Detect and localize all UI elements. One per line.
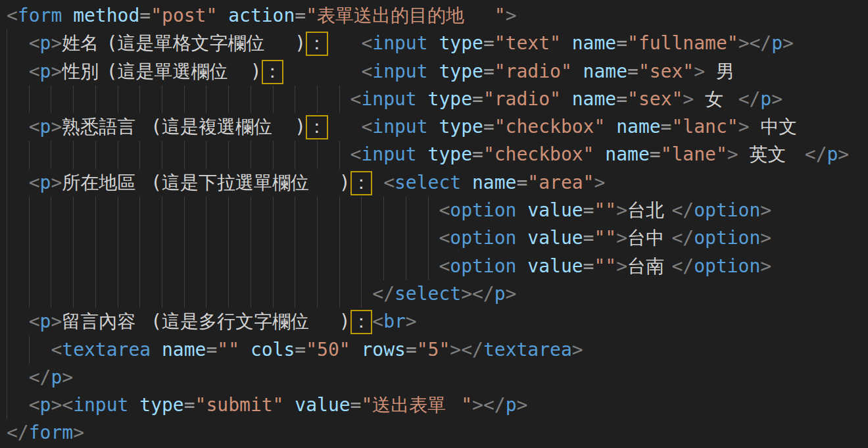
token-eq: = [295, 339, 306, 361]
token-pun: < [439, 255, 450, 277]
token-pun: > [616, 199, 627, 221]
token-pun: > [450, 339, 461, 361]
token-str: "5" [417, 339, 450, 361]
token-txt [594, 143, 605, 165]
token-txt [605, 116, 616, 137]
token-pun: > [51, 116, 62, 137]
code-line: <p>性別(這是單選欄位)： <input type="radio" name=… [7, 58, 868, 86]
token-pun: < [361, 116, 372, 137]
token-tag: textarea [483, 339, 572, 361]
indent-guides [7, 113, 28, 141]
token-txt: ( [151, 172, 162, 193]
token-pun: </ [671, 255, 694, 277]
token-pun: > [51, 172, 62, 193]
token-attr: method [73, 5, 139, 26]
token-pun: </ [7, 422, 29, 443]
token-txt [516, 227, 527, 249]
token-str: "lane" [661, 143, 727, 165]
indent-guides [7, 86, 350, 113]
token-attr: name [162, 339, 206, 361]
token-pun: < [350, 143, 362, 165]
indent-guides [7, 224, 438, 252]
token-pun: > [594, 172, 605, 193]
token-txt [516, 199, 527, 221]
code-line: <input type="checkbox" name="lane"> 英文 <… [7, 141, 868, 168]
indent-guides [7, 308, 28, 336]
token-eq: = [516, 172, 527, 193]
token-pun: < [29, 116, 40, 137]
indent-guides [7, 364, 28, 391]
token-txt [239, 339, 251, 361]
token-pun: < [439, 199, 450, 221]
token-pun: < [361, 61, 372, 82]
token-attr: type [428, 88, 472, 110]
token-eq: = [184, 394, 195, 416]
token-cjk: 這是下拉選單欄位 [162, 169, 339, 197]
token-tag: input [361, 143, 416, 165]
token-txt [727, 88, 738, 110]
token-eq: = [483, 61, 494, 82]
token-attr: name [572, 32, 616, 54]
token-str: "post" [151, 5, 217, 26]
token-pun: </ [461, 339, 483, 361]
token-pun: </ [805, 143, 827, 165]
token-attr: type [428, 143, 472, 165]
token-pun: > [783, 32, 794, 54]
token-pun: < [29, 394, 40, 416]
token-pun: </ [738, 88, 761, 110]
token-txt [749, 116, 760, 137]
token-pun: > [73, 422, 84, 443]
token-cjk: 中文 [760, 113, 804, 141]
token-pun: > [738, 32, 750, 54]
unicode-highlight-box: ： [306, 115, 328, 139]
token-attr: type [439, 61, 483, 82]
token-txt [428, 61, 439, 82]
token-pun: > [760, 199, 771, 221]
token-cjk: 台中 [627, 224, 671, 252]
token-eq: = [616, 32, 627, 54]
token-eq: = [583, 227, 594, 249]
code-editor[interactable]: <form method="post" action="表單送出的目的地"><p… [0, 0, 868, 448]
token-tag: p [494, 283, 506, 305]
token-eq: = [583, 199, 594, 221]
token-pun: < [439, 227, 450, 249]
token-cjk: 熟悉語言 [62, 113, 151, 141]
token-eq: = [616, 88, 627, 110]
token-eq: = [483, 116, 494, 137]
token-tag: input [372, 61, 427, 82]
token-tag: option [450, 227, 516, 249]
indent-guides [7, 141, 350, 168]
code-line: <p>姓名(這是單格文字欄位)： <input type="text" name… [7, 30, 868, 57]
token-txt [350, 339, 362, 361]
token-cjk: 姓名 [62, 30, 106, 57]
token-attr: name [616, 116, 660, 137]
token-attr: name [583, 61, 627, 82]
code-line: </select></p> [7, 280, 868, 308]
code-line: </p> [7, 364, 868, 391]
token-pun: </ [372, 283, 395, 305]
token-tag: option [450, 199, 516, 221]
unicode-highlight-box: ： [350, 310, 373, 334]
indent-guides [7, 253, 438, 280]
token-cjk: 留言內容 [62, 308, 151, 336]
token-str: "radio" [494, 61, 572, 82]
token-cjkstr: 表單送出的目的地 [317, 2, 494, 30]
token-eq: = [472, 88, 483, 110]
token-eq: = [627, 61, 639, 82]
token-str: " [306, 5, 317, 26]
token-tag: option [694, 199, 760, 221]
token-pun: </ [483, 394, 506, 416]
indent-guides [7, 197, 438, 224]
token-attr: rows [361, 339, 405, 361]
token-tag: p [760, 88, 771, 110]
token-cjk: 女 [705, 86, 727, 113]
token-pun: > [461, 283, 472, 305]
token-attr: value [295, 394, 350, 416]
token-txt [794, 143, 805, 165]
token-cjkstr: 送出表單 [372, 391, 461, 419]
token-txt: ) [251, 61, 262, 82]
token-pun: < [29, 311, 40, 332]
token-txt [561, 88, 572, 110]
token-txt [283, 61, 361, 82]
token-cjk: 性別 [62, 58, 106, 86]
